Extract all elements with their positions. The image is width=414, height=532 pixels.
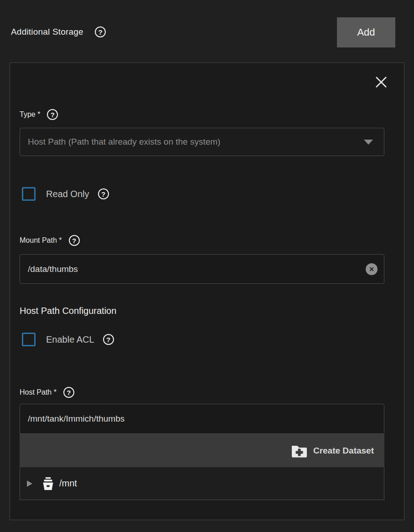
type-select[interactable]: Host Path (Path that already exists on t… [20,128,384,156]
additional-storage-page: Additional Storage ? Add Type * ? Host P… [0,0,414,532]
host-path-input[interactable] [20,404,384,434]
help-icon[interactable]: ? [103,334,114,345]
read-only-checkbox[interactable] [22,187,36,201]
folder-plus-icon [291,443,308,458]
card-header-row [20,75,394,89]
help-icon[interactable]: ? [69,235,80,246]
enable-acl-checkbox[interactable] [22,333,36,346]
tree-row-mnt[interactable]: /mnt [20,467,384,500]
chevron-down-icon [364,140,373,145]
enable-acl-row: Enable ACL ? [20,333,394,346]
help-icon[interactable]: ? [98,188,109,199]
tree-item-label: /mnt [59,478,77,489]
read-only-row: Read Only ? [20,187,394,201]
type-select-value: Host Path (Path that already exists on t… [28,137,364,147]
mount-path-label-row: Mount Path * ? [20,235,394,246]
host-path-label-row: Host Path * ? [20,386,394,398]
create-dataset-button[interactable]: Create Dataset [291,443,374,458]
dataset-icon [42,477,54,490]
help-icon[interactable]: ? [95,26,106,37]
clear-input-icon[interactable]: ✕ [366,263,378,275]
explorer-toolbar: Create Dataset [20,434,384,467]
mount-path-label: Mount Path * [20,236,62,245]
add-button[interactable]: Add [337,17,395,47]
type-label: Type * [20,110,40,119]
type-label-row: Type * ? [20,109,394,120]
host-path-configuration-heading: Host Path Configuration [20,306,394,318]
close-icon[interactable] [374,75,388,89]
host-path-field [20,404,384,434]
section-title: Additional Storage [11,27,83,37]
mount-path-input[interactable] [20,254,384,284]
host-path-label: Host Path * [20,388,57,396]
read-only-label: Read Only [46,189,89,199]
help-icon[interactable]: ? [47,109,58,120]
enable-acl-label: Enable ACL [46,334,94,345]
expand-arrow-icon[interactable] [27,480,32,487]
dataset-tree: /mnt [20,467,384,500]
help-icon[interactable]: ? [63,387,74,398]
mount-path-field: ✕ [20,254,384,284]
create-dataset-label: Create Dataset [313,446,374,456]
storage-entry-card: Type * ? Host Path (Path that already ex… [10,63,404,520]
